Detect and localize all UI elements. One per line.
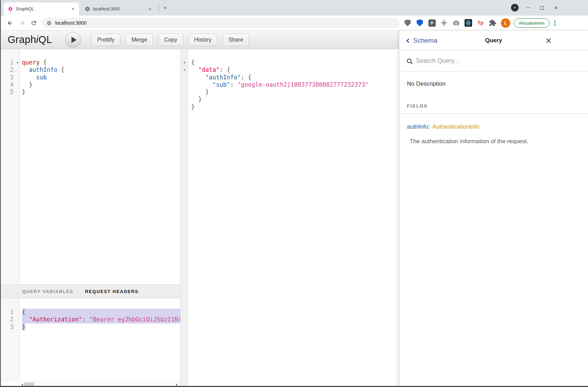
copy-button[interactable]: Copy <box>158 34 183 46</box>
fold-slot <box>180 81 188 88</box>
doc-body: No Description FIELDS authInfo:Authentic… <box>399 71 588 145</box>
share-button[interactable]: Share <box>222 34 249 46</box>
tab-divider <box>159 5 159 11</box>
minimize-button[interactable] <box>521 0 535 16</box>
back-icon[interactable] <box>5 18 15 28</box>
browser-menu-icon[interactable] <box>552 19 558 27</box>
code-line: "sub": "google-oauth2|108377380082777232… <box>191 81 399 88</box>
fold-slot <box>180 74 188 81</box>
graphiql-app: GraphiQL Prettify Merge Copy History Sha… <box>1 31 588 387</box>
bitwarden-icon[interactable] <box>416 19 424 27</box>
address-bar-url: localhost:3000 <box>55 20 86 26</box>
address-bar[interactable]: localhost:3000 <box>42 18 399 28</box>
line-number: 2 <box>1 66 19 74</box>
fold-slot <box>180 96 188 103</box>
query-editor[interactable]: 1▾2345 query { authInfo { sub }} <box>1 49 180 284</box>
scrollbar-thumb[interactable] <box>24 382 34 386</box>
close-window-button[interactable]: × <box>549 0 563 16</box>
extension-icons: PTp <box>403 19 497 27</box>
play-icon <box>71 37 77 43</box>
code-line: "Authorization": "Bearer eyJhbGciOiJSUzI… <box>22 316 180 323</box>
maximize-button[interactable] <box>535 0 549 16</box>
code-line: { <box>191 59 399 66</box>
doc-search-input[interactable] <box>416 57 580 64</box>
window-controls: × <box>521 0 563 16</box>
tab-close-icon[interactable]: × <box>70 6 76 12</box>
doc-explorer: Schema Query × No Description FIELDS aut… <box>399 31 588 387</box>
extensions-puzzle-icon[interactable] <box>488 19 497 27</box>
request-headers-editor[interactable]: 123 { "Authorization": "Bearer eyJhbGciO… <box>1 298 180 381</box>
line-number: 1 <box>1 309 19 316</box>
no-description-text: No Description <box>407 80 580 87</box>
doc-explorer-header: Schema Query × <box>399 31 588 50</box>
code-line: } <box>22 88 180 96</box>
code-line: } <box>191 103 399 111</box>
search-icon <box>407 59 411 63</box>
graphiql-favicon-icon <box>8 6 13 12</box>
query-pane: 1▾2345 query { authInfo { sub }} QUERY V… <box>1 49 180 387</box>
doc-close-icon[interactable]: × <box>545 31 552 50</box>
field-type-link[interactable]: AuthenticationInfo <box>432 123 479 130</box>
field-description: The authentication information of the re… <box>407 138 580 145</box>
ublock-origin-icon[interactable] <box>403 19 412 27</box>
toolbar: Prettify Merge Copy History Share <box>91 34 249 46</box>
fold-slot <box>180 103 188 111</box>
fields-heading: FIELDS <box>399 103 588 114</box>
tab-request-headers[interactable]: REQUEST HEADERS <box>85 289 138 294</box>
fold-arrow-icon[interactable]: ▾ <box>16 59 19 66</box>
doc-title: Query <box>485 31 502 50</box>
fold-arrow-icon[interactable]: ▾ <box>180 59 188 66</box>
tab-title: GraphiQL <box>16 7 70 11</box>
chevron-left-icon <box>406 38 411 43</box>
graphiql-main: GraphiQL Prettify Merge Copy History Sha… <box>1 31 399 387</box>
code-line: "data": { <box>191 66 399 74</box>
tab-title: localhost:3000 <box>93 7 147 11</box>
p-extension-icon[interactable]: P <box>428 19 436 27</box>
new-tab-button[interactable]: + <box>161 4 169 12</box>
doc-back-link[interactable]: Schema <box>407 31 437 50</box>
prettify-button[interactable]: Prettify <box>91 34 120 46</box>
line-number: 1▾ <box>1 59 19 66</box>
dpad-extension-icon[interactable] <box>440 19 448 27</box>
avatar[interactable]: L <box>501 18 510 28</box>
result-pane: ▾▾ { "data": { "authInfo": { "sub": "goo… <box>180 49 399 387</box>
browser-titlebar: GraphiQL × localhost:3000 × + ▾ × <box>1 0 588 16</box>
field-name-link[interactable]: authInfo <box>407 123 428 130</box>
line-number-gutter: 123 <box>1 298 20 381</box>
fold-slot <box>180 88 188 96</box>
field-row: authInfo:AuthenticationInfo <box>407 123 580 130</box>
execute-button[interactable] <box>65 32 81 48</box>
camera-extension-icon[interactable] <box>452 19 460 27</box>
reload-icon[interactable] <box>29 18 39 28</box>
react-devtools-icon[interactable] <box>464 19 472 27</box>
tab-query-variables[interactable]: QUERY VARIABLES <box>22 289 73 294</box>
tp-extension-icon[interactable]: Tp <box>476 19 485 27</box>
code-line: authInfo { <box>22 66 180 74</box>
horizontal-scrollbar[interactable]: ◂ ▸ <box>20 381 180 387</box>
line-number: 2 <box>1 316 19 323</box>
forward-icon <box>17 18 27 28</box>
browser-tab-graphiql[interactable]: GraphiQL × <box>3 2 79 16</box>
code-line: sub <box>22 74 180 81</box>
globe-icon <box>46 20 52 26</box>
secondary-editor-tabs: QUERY VARIABLES REQUEST HEADERS <box>1 284 180 298</box>
fold-gutter: ▾▾ <box>180 49 188 387</box>
line-number: 5 <box>1 88 19 96</box>
line-number: 3 <box>1 74 19 81</box>
line-number: 4 <box>1 81 19 88</box>
scroll-left-icon[interactable]: ◂ <box>20 382 25 387</box>
code-line: "authInfo": { <box>191 74 399 81</box>
scroll-right-icon[interactable]: ▸ <box>174 382 179 387</box>
browser-tab-localhost[interactable]: localhost:3000 × <box>80 2 156 16</box>
tab-search-icon[interactable]: ▾ <box>511 4 519 11</box>
code-line: } <box>22 81 180 88</box>
merge-button[interactable]: Merge <box>126 34 153 46</box>
history-button[interactable]: History <box>188 34 218 46</box>
browser-update-button[interactable]: Aktualisieren <box>514 18 549 28</box>
fold-arrow-icon[interactable]: ▾ <box>180 66 188 74</box>
line-number: 3 <box>1 324 19 331</box>
code-line: { <box>22 309 180 316</box>
query-code[interactable]: query { authInfo { sub }} <box>20 49 180 284</box>
tab-close-icon[interactable]: × <box>147 6 153 12</box>
headers-code[interactable]: { "Authorization": "Bearer eyJhbGciOiJSU… <box>20 298 180 381</box>
